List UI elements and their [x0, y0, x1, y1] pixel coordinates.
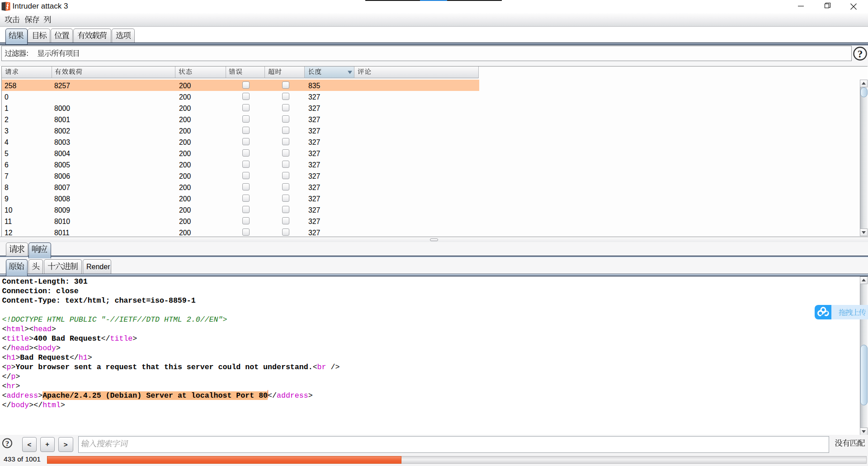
svg-text:?: ? [858, 48, 863, 60]
svg-text:?: ? [5, 439, 9, 448]
